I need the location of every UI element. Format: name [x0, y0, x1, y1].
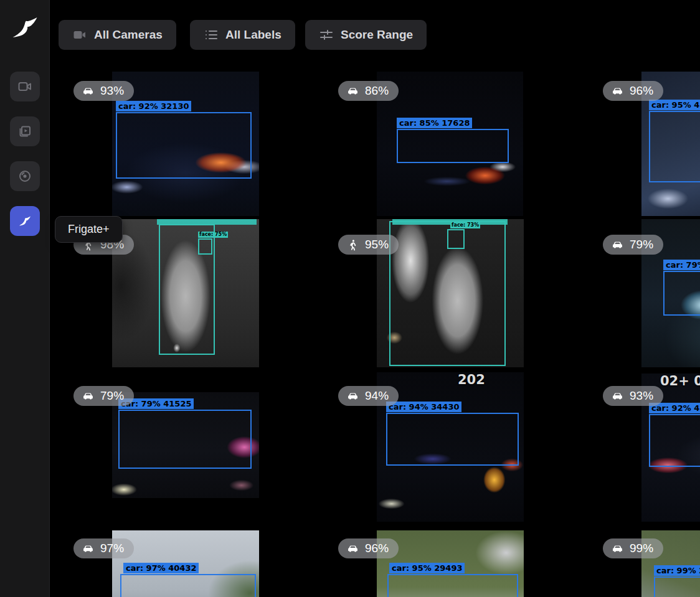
bounding-box-label: car: 99% 25 [654, 565, 700, 576]
detection-cell[interactable]: 96% car: 95% 45260 [598, 68, 700, 219]
detection-snapshot: car: 95% 29493 [377, 530, 524, 597]
detection-snapshot: face: 75% [112, 219, 259, 367]
detection-cell[interactable]: 99% car: 99% 25 [598, 529, 700, 597]
score-label: 79% [630, 238, 653, 251]
camera-icon [72, 27, 87, 42]
car-icon [346, 85, 359, 98]
score-badge: 93% [603, 386, 663, 406]
detection-snapshot: face: 73% [377, 219, 524, 367]
bird-icon [17, 214, 32, 228]
bounding-box [387, 574, 518, 597]
detection-snapshot: car: 85% 17628 [377, 72, 523, 216]
detection-snapshot: car: 79% 41525 [112, 392, 259, 498]
score-badge: 95% [338, 235, 399, 255]
app-root: Frigate+ All CamerasAll LabelsScore Rang… [0, 0, 700, 597]
detection-cell[interactable]: 93% car: 92% 32130 [69, 68, 333, 219]
car-icon [82, 85, 95, 98]
detection-cell[interactable]: 95% face: 73% [333, 219, 598, 370]
score-badge: 96% [338, 538, 399, 558]
filter-label: All Cameras [94, 28, 163, 42]
car-icon [611, 238, 624, 251]
bounding-box-label: car: 79% [663, 260, 700, 270]
detection-cell[interactable]: 94% car: 94% 34430202 [333, 370, 598, 521]
score-label: 97% [100, 542, 124, 555]
car-icon [82, 390, 95, 403]
face-bounding-box [447, 229, 465, 249]
frigate-logo-icon [9, 11, 41, 44]
bounding-box [649, 111, 700, 182]
review-icon [17, 124, 32, 139]
bounding-box [118, 410, 252, 469]
sidebar-item-frigate-plus[interactable] [10, 206, 40, 236]
filter-label: All Labels [225, 28, 281, 42]
score-badge: 79% [73, 386, 134, 406]
sidebar-item-review[interactable] [10, 116, 40, 146]
score-badge: 96% [603, 81, 663, 101]
sidebar-item-live[interactable] [10, 72, 40, 101]
score-label: 96% [365, 542, 389, 555]
score-label: 94% [365, 389, 389, 403]
detection-cell[interactable]: 93% car: 92% 421602+ 05 [598, 370, 700, 521]
bounding-box [663, 271, 700, 316]
detection-snapshot: car: 97% 40432 [112, 530, 259, 597]
detection-cell[interactable]: 96% car: 95% 29493 [333, 529, 598, 597]
bounding-box [116, 112, 252, 179]
sidebar-item-export[interactable] [10, 161, 40, 191]
record-icon [17, 169, 32, 184]
score-label: 86% [365, 84, 389, 98]
frigate-plus-tooltip: Frigate+ [55, 216, 123, 243]
detection-snapshot: car: 94% 34430202 [377, 372, 524, 522]
face-box-label: face: 75% [198, 232, 228, 238]
bounding-box-label: car: 95% 29493 [389, 563, 465, 573]
face-box-label: face: 73% [450, 222, 480, 228]
bounding-box [654, 576, 700, 597]
sidebar [0, 0, 50, 597]
detection-cell[interactable]: 79% car: 79% 41525 [69, 370, 333, 521]
score-badge: 94% [338, 386, 399, 406]
bounding-box-label: car: 85% 17628 [397, 118, 472, 128]
score-badge: 97% [73, 538, 134, 558]
clipped-box-label [157, 219, 257, 225]
person-icon [346, 238, 359, 251]
bounding-box-label: car: 97% 40432 [123, 563, 199, 573]
camera-timestamp-fragment: 02+ 05 [660, 374, 700, 388]
bounding-box-label: car: 92% 32130 [116, 101, 191, 111]
car-icon [346, 542, 359, 555]
car-icon [82, 542, 95, 555]
score-label: 79% [100, 389, 124, 403]
bounding-box-label: car: 94% 34430 [386, 402, 461, 412]
score-label: 93% [630, 389, 653, 403]
car-icon [346, 390, 359, 403]
car-icon [611, 85, 624, 98]
filter-label: Score Range [341, 28, 413, 42]
score-badge: 79% [603, 235, 663, 255]
car-icon [611, 542, 624, 555]
bounding-box [649, 414, 700, 467]
detection-cell[interactable]: 79% car: 79% [598, 219, 700, 370]
detection-snapshot: car: 92% 32130 [112, 72, 259, 216]
filter-score-button[interactable]: Score Range [305, 20, 427, 50]
bounding-box-label: car: 95% 45260 [649, 100, 700, 110]
list-icon [204, 27, 219, 42]
score-label: 99% [630, 542, 653, 555]
face-bounding-box [198, 238, 212, 255]
bounding-box [397, 129, 509, 163]
score-badge: 99% [603, 538, 663, 558]
camera-timestamp-fragment: 202 [458, 372, 485, 387]
score-label: 93% [100, 84, 124, 98]
car-icon [611, 390, 624, 403]
detection-cell[interactable]: 97% car: 97% 40432 [69, 529, 333, 597]
bounding-box [120, 574, 256, 597]
filter-labels-button[interactable]: All Labels [190, 20, 295, 50]
score-label: 95% [365, 238, 389, 251]
detection-cell[interactable]: 86% car: 85% 17628 [333, 68, 598, 219]
filter-cameras-button[interactable]: All Cameras [59, 20, 176, 50]
score-badge: 93% [73, 81, 134, 101]
score-badge: 86% [338, 81, 399, 101]
sliders-icon [319, 27, 334, 42]
camera-icon [17, 79, 32, 94]
score-label: 96% [630, 84, 653, 98]
bounding-box [386, 413, 519, 466]
